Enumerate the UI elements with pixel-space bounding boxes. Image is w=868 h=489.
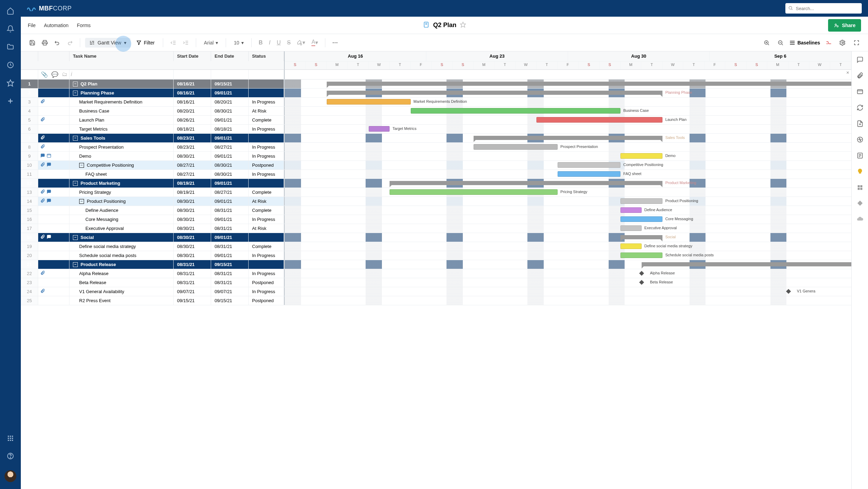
size-selector[interactable]: 10 ▾ bbox=[231, 39, 247, 47]
section-row[interactable]: 7−Sales Tools08/23/2109/01/21Sales Tools bbox=[21, 134, 851, 143]
task-cell[interactable]: Pricing Strategy bbox=[69, 188, 174, 197]
favorite-star-icon[interactable] bbox=[460, 22, 466, 29]
task-cell[interactable]: Executive Approval bbox=[69, 224, 174, 233]
cal-icon[interactable] bbox=[47, 153, 51, 159]
chat-icon[interactable] bbox=[47, 189, 51, 195]
status-cell[interactable]: In Progress bbox=[249, 143, 284, 151]
status-cell[interactable] bbox=[249, 260, 284, 269]
status-cell[interactable]: Complete bbox=[249, 116, 284, 124]
task-bar[interactable] bbox=[620, 243, 641, 249]
collapse-toggle[interactable]: − bbox=[73, 136, 78, 141]
timeline-cell[interactable]: Target Metrics bbox=[284, 125, 851, 133]
task-cell[interactable]: −Social bbox=[69, 233, 174, 242]
status-cell[interactable] bbox=[249, 80, 284, 88]
summary-bar[interactable] bbox=[474, 136, 662, 140]
task-row[interactable]: 11FAQ sheet08/27/2108/30/21In ProgressFA… bbox=[21, 170, 851, 179]
timeline-cell[interactable]: Schedule social media posts bbox=[284, 251, 851, 260]
status-cell[interactable]: In Progress bbox=[249, 152, 284, 160]
clip-icon[interactable] bbox=[40, 271, 45, 276]
timeline-cell[interactable]: Pricing Strategy bbox=[284, 188, 851, 197]
more-icon[interactable]: ⋯ bbox=[330, 37, 340, 48]
timeline-cell[interactable] bbox=[284, 80, 851, 88]
milestone-diamond[interactable] bbox=[639, 271, 644, 276]
task-row[interactable]: 5Launch Plan08/26/2109/01/21CompleteLaun… bbox=[21, 116, 851, 125]
status-cell[interactable]: At Risk bbox=[249, 224, 284, 233]
task-cell[interactable]: Target Metrics bbox=[69, 125, 174, 133]
redo-icon[interactable] bbox=[65, 38, 75, 48]
start-date-cell[interactable]: 08/16/21 bbox=[174, 89, 211, 97]
status-cell[interactable]: Postponed bbox=[249, 161, 284, 169]
milestone-diamond[interactable] bbox=[786, 289, 791, 294]
timeline-cell[interactable]: Core Messaging bbox=[284, 215, 851, 224]
timeline-cell[interactable]: Business Case bbox=[284, 107, 851, 115]
menu-automation[interactable]: Automation bbox=[44, 23, 69, 28]
apps-icon[interactable] bbox=[7, 435, 14, 442]
task-row[interactable]: 4Business Case08/20/2108/30/21At RiskBus… bbox=[21, 107, 851, 116]
status-cell[interactable]: Postponed bbox=[249, 296, 284, 305]
start-date-cell[interactable]: 08/30/21 bbox=[174, 251, 211, 260]
end-date-cell[interactable]: 09/01/21 bbox=[211, 134, 249, 142]
save-icon[interactable] bbox=[27, 38, 37, 48]
end-date-cell[interactable]: 08/20/21 bbox=[211, 98, 249, 106]
end-date-cell[interactable]: 08/31/21 bbox=[211, 278, 249, 287]
collapse-toggle[interactable]: − bbox=[79, 199, 84, 204]
status-cell[interactable]: In Progress bbox=[249, 251, 284, 260]
status-cell[interactable]: At Risk bbox=[249, 197, 284, 206]
update-request-icon[interactable] bbox=[857, 104, 863, 113]
brand-logo[interactable]: MBFCORP bbox=[27, 5, 72, 12]
task-bar[interactable] bbox=[620, 216, 662, 222]
col-end[interactable]: End Date bbox=[211, 51, 249, 61]
end-date-cell[interactable]: 08/27/21 bbox=[211, 143, 249, 151]
start-date-cell[interactable]: 08/30/21 bbox=[174, 152, 211, 160]
menu-file[interactable]: File bbox=[28, 23, 36, 28]
task-bar[interactable] bbox=[558, 162, 620, 168]
task-bar[interactable] bbox=[620, 225, 641, 231]
task-cell[interactable]: Demo bbox=[69, 152, 174, 160]
start-date-cell[interactable]: 08/30/21 bbox=[174, 215, 211, 224]
task-row[interactable]: 14−Product Positioning08/30/2109/01/21At… bbox=[21, 197, 851, 206]
print-icon[interactable] bbox=[40, 38, 50, 48]
gear-icon[interactable] bbox=[837, 38, 848, 48]
comments-panel-icon[interactable] bbox=[857, 56, 863, 65]
end-date-cell[interactable]: 08/31/21 bbox=[211, 269, 249, 278]
task-row[interactable]: 24V1 General Availability09/07/2109/07/2… bbox=[21, 287, 851, 296]
baselines-button[interactable]: Baselines bbox=[789, 40, 820, 46]
task-cell[interactable]: Business Case bbox=[69, 107, 174, 115]
end-date-cell[interactable]: 08/27/21 bbox=[211, 188, 249, 197]
task-cell[interactable]: −Competitive Positioning bbox=[69, 161, 174, 169]
font-selector[interactable]: Arial ▾ bbox=[201, 39, 221, 47]
task-bar[interactable] bbox=[369, 126, 390, 132]
status-cell[interactable]: In Progress bbox=[249, 98, 284, 106]
start-date-cell[interactable]: 08/30/21 bbox=[174, 197, 211, 206]
start-date-cell[interactable]: 08/31/21 bbox=[174, 278, 211, 287]
end-date-cell[interactable]: 09/01/21 bbox=[211, 116, 249, 124]
status-cell[interactable]: In Progress bbox=[249, 215, 284, 224]
timeline-cell[interactable]: Planning Phase bbox=[284, 89, 851, 97]
task-row[interactable]: 20Schedule social media posts08/30/2109/… bbox=[21, 251, 851, 260]
task-row[interactable]: 13Pricing Strategy08/19/2108/27/21Comple… bbox=[21, 188, 851, 197]
start-date-cell[interactable]: 08/16/21 bbox=[174, 98, 211, 106]
task-cell[interactable]: −Product Marketing bbox=[69, 179, 174, 188]
task-row[interactable]: 3Market Requirements Definition08/16/210… bbox=[21, 98, 851, 107]
timeline-cell[interactable]: Product Positioning bbox=[284, 197, 851, 206]
status-cell[interactable] bbox=[249, 134, 284, 142]
end-date-cell[interactable]: 08/31/21 bbox=[211, 242, 249, 251]
chat-icon[interactable] bbox=[40, 153, 45, 159]
start-date-cell[interactable]: 08/27/21 bbox=[174, 170, 211, 179]
underline-icon[interactable]: U bbox=[275, 38, 283, 48]
end-date-cell[interactable]: 09/01/21 bbox=[211, 215, 249, 224]
task-cell[interactable]: V1 General Availability bbox=[69, 287, 174, 296]
task-cell[interactable]: Define social media strategy bbox=[69, 242, 174, 251]
task-bar[interactable] bbox=[620, 198, 662, 204]
start-date-cell[interactable]: 09/07/21 bbox=[174, 287, 211, 296]
section-row[interactable]: 1−Q2 Plan08/16/2109/15/21 bbox=[21, 80, 851, 89]
star-icon[interactable] bbox=[7, 79, 14, 87]
task-bar[interactable] bbox=[390, 189, 558, 195]
summary-bar[interactable] bbox=[390, 181, 662, 185]
timeline-cell[interactable]: Alpha Release bbox=[284, 269, 851, 278]
end-date-cell[interactable]: 09/15/21 bbox=[211, 296, 249, 305]
end-date-cell[interactable]: 09/07/21 bbox=[211, 287, 249, 296]
share-button[interactable]: Share bbox=[828, 19, 861, 32]
task-row[interactable]: 23Beta Release08/31/2108/31/21PostponedB… bbox=[21, 278, 851, 287]
task-row[interactable]: 25R2 Press Event09/15/2109/15/21Postpone… bbox=[21, 296, 851, 305]
